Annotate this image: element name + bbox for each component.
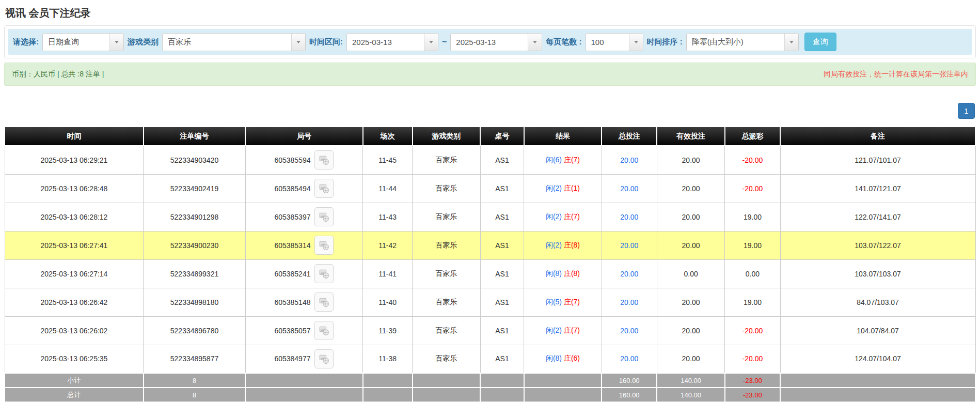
table-row: 2025-03-13 06:29:21522334903420605385594… <box>5 146 975 174</box>
summary-bar: 币别：人民币 | 总共 :8 注单 | 同局有效投注，统一计算在该局第一张注单内 <box>4 63 976 86</box>
footer-payout: -23.00 <box>725 373 780 388</box>
total-bet-cell: 20.00 <box>602 316 657 345</box>
table-footer-row: 总计8160.00140.00-23.00 <box>5 388 975 402</box>
game-cell: 百家乐 <box>413 231 481 259</box>
date-range-label: 时间区间: <box>309 37 343 47</box>
bet-table: 时间注单编号局号场次游戏类别桌号结果总投注有效投注总派彩备注 2025-03-1… <box>4 126 976 403</box>
summary-text: 币别：人民币 | 总共 :8 注单 | <box>12 70 104 79</box>
game-cell: 百家乐 <box>413 146 481 174</box>
bet-id-cell: 522334898180 <box>144 288 245 316</box>
valid-bet-cell: 20.00 <box>657 146 725 174</box>
footer-remark <box>780 373 975 388</box>
game-cell: 百家乐 <box>413 316 481 345</box>
date-range-tilde: ~ <box>442 37 447 47</box>
video-icon[interactable] <box>314 292 334 312</box>
video-icon[interactable] <box>314 264 334 283</box>
sort-value: 降幂(由大到小) <box>687 34 784 51</box>
banker-result: 庄(7) <box>564 212 580 221</box>
total-bet-cell: 20.00 <box>602 345 657 373</box>
game-cell: 百家乐 <box>413 203 481 231</box>
chevron-down-icon[interactable] <box>629 34 643 51</box>
footer-round <box>245 388 362 402</box>
result-cell: 闲(6) 庄(7) <box>524 146 602 174</box>
session-cell: 11-42 <box>363 231 413 259</box>
chevron-down-icon[interactable] <box>784 34 798 51</box>
video-icon[interactable] <box>314 179 334 198</box>
round-number: 605385594 <box>274 156 310 164</box>
date-to-value: 2025-03-13 <box>451 34 528 51</box>
chevron-down-icon[interactable] <box>528 34 542 51</box>
player-result: 闲(2) <box>546 326 562 334</box>
valid-bet-cell: 0.00 <box>657 259 725 288</box>
date-to-select[interactable]: 2025-03-13 <box>450 33 542 51</box>
payout-cell: 0.00 <box>725 259 780 288</box>
query-type-select[interactable]: 日期查询 <box>42 33 124 51</box>
chevron-down-icon[interactable] <box>424 34 438 51</box>
footer-table-no <box>480 388 524 402</box>
bet-id-cell: 522334901298 <box>144 203 245 231</box>
footer-result <box>524 373 602 388</box>
game-cell: 百家乐 <box>413 259 481 288</box>
bet-id-cell: 522334899321 <box>144 259 245 288</box>
round-number: 605385494 <box>274 184 310 193</box>
filter-bar: 请选择: 日期查询 游戏类别 百家乐 时间区间: 2025-03-13 ~ 20… <box>8 29 972 55</box>
total-bet-cell: 20.00 <box>602 231 657 259</box>
column-header: 注单编号 <box>144 127 245 146</box>
page-1-button[interactable]: 1 <box>958 103 975 119</box>
round-cell: 605385594 <box>245 146 362 174</box>
chevron-down-icon[interactable] <box>291 34 305 51</box>
video-icon[interactable] <box>314 236 334 255</box>
video-icon[interactable] <box>314 321 334 340</box>
round-cell: 605385148 <box>245 288 362 316</box>
footer-total-bet: 160.00 <box>602 388 657 402</box>
column-header: 游戏类别 <box>413 127 481 146</box>
player-result: 闲(6) <box>546 156 562 164</box>
video-icon[interactable] <box>314 207 334 226</box>
table-row: 2025-03-13 06:28:12522334901298605385397… <box>5 203 975 231</box>
total-bet-cell: 20.00 <box>602 288 657 316</box>
table-no-cell: AS1 <box>480 174 524 203</box>
table-row: 2025-03-13 06:25:35522334895877605384977… <box>5 345 975 373</box>
video-icon[interactable] <box>314 349 334 368</box>
footer-table-no <box>480 373 524 388</box>
payout-cell: -20.00 <box>725 174 780 203</box>
session-cell: 11-41 <box>363 259 413 288</box>
bet-id-cell: 522334902419 <box>144 174 245 203</box>
player-result: 闲(8) <box>546 269 562 278</box>
chevron-down-icon[interactable] <box>109 34 123 51</box>
remark-cell: 141.07/121.07 <box>780 174 975 203</box>
payout-cell: -20.00 <box>725 345 780 373</box>
column-header: 场次 <box>363 127 413 146</box>
game-type-value: 百家乐 <box>163 34 291 51</box>
query-type-label: 请选择: <box>13 37 39 47</box>
session-cell: 11-39 <box>363 316 413 345</box>
result-cell: 闲(5) 庄(7) <box>524 288 602 316</box>
table-row: 2025-03-13 06:26:42522334898180605385148… <box>5 288 975 316</box>
table-no-cell: AS1 <box>480 203 524 231</box>
footer-round <box>245 373 362 388</box>
footer-valid-bet: 140.00 <box>657 373 725 388</box>
video-icon[interactable] <box>314 150 334 170</box>
filter-panel: 请选择: 日期查询 游戏类别 百家乐 时间区间: 2025-03-13 ~ 20… <box>4 25 976 58</box>
result-cell: 闲(2) 庄(1) <box>524 174 602 203</box>
table-header-row: 时间注单编号局号场次游戏类别桌号结果总投注有效投注总派彩备注 <box>5 127 975 146</box>
time-cell: 2025-03-13 06:27:41 <box>5 231 144 259</box>
search-button[interactable]: 查询 <box>804 33 836 51</box>
time-cell: 2025-03-13 06:25:35 <box>5 345 144 373</box>
table-no-cell: AS1 <box>480 316 524 345</box>
total-bet-cell: 20.00 <box>602 259 657 288</box>
column-header: 总投注 <box>602 127 657 146</box>
game-type-select[interactable]: 百家乐 <box>162 33 306 51</box>
date-from-select[interactable]: 2025-03-13 <box>346 33 438 51</box>
player-result: 闲(8) <box>546 354 562 362</box>
footer-game <box>413 388 481 402</box>
session-cell: 11-44 <box>363 174 413 203</box>
table-row: 2025-03-13 06:28:48522334902419605385494… <box>5 174 975 203</box>
table-no-cell: AS1 <box>480 345 524 373</box>
round-cell: 605385241 <box>245 259 362 288</box>
time-cell: 2025-03-13 06:28:48 <box>5 174 144 203</box>
round-number: 605385148 <box>274 298 310 306</box>
sort-select[interactable]: 降幂(由大到小) <box>686 33 799 51</box>
sort-label: 时间排序 : <box>647 37 683 47</box>
per-page-select[interactable]: 100 <box>586 33 643 51</box>
